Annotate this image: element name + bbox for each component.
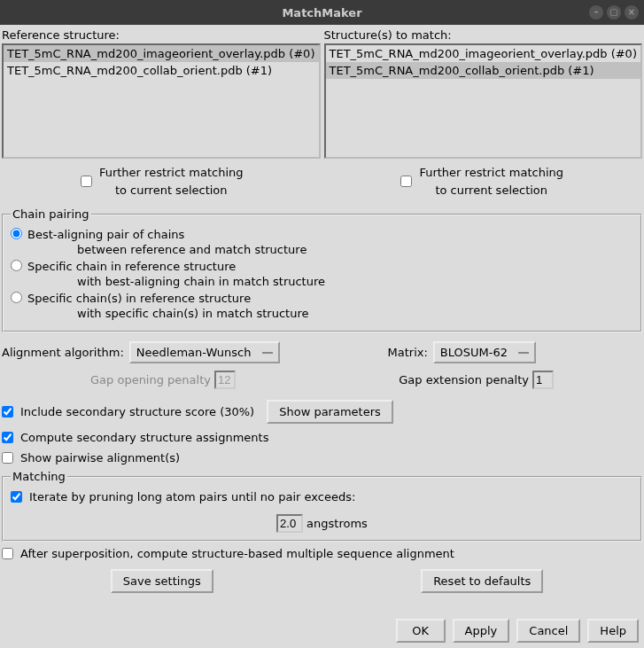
chevron-down-icon [518, 352, 529, 354]
restrict-match-checkbox[interactable] [400, 176, 412, 187]
restrict-reference-checkbox[interactable] [81, 176, 92, 187]
iterate-label: Iterate by pruning long atom pairs until… [29, 490, 355, 504]
after-superposition-label: After superposition, compute structure-b… [20, 547, 454, 560]
reset-defaults-button[interactable]: Reset to defaults [421, 569, 543, 593]
save-settings-button[interactable]: Save settings [111, 569, 213, 593]
compute-ss-checkbox[interactable] [2, 432, 13, 443]
list-item[interactable]: TET_5mC_RNA_md200_imageorient_overlay.pd… [4, 45, 319, 62]
gap-ext-label: Gap extension penalty [399, 373, 529, 386]
show-parameters-button[interactable]: Show parameters [267, 400, 393, 424]
angstrom-unit: angstroms [306, 517, 368, 530]
algorithm-label: Alignment algorithm: [2, 346, 124, 359]
minimize-icon[interactable]: – [589, 5, 603, 20]
matching-group: Matching Iterate by pruning long atom pa… [2, 470, 642, 542]
dialog-content: Reference structure: TET_5mC_RNA_md200_i… [0, 25, 644, 648]
matrix-dropdown[interactable]: BLOSUM-62 [433, 341, 536, 363]
chain-pairing-legend: Chain pairing [11, 207, 91, 221]
ok-button[interactable]: OK [396, 619, 446, 643]
titlebar: MatchMaker – ▢ × [0, 0, 644, 25]
restrict-match-label: Further restrict matching to current sel… [419, 164, 563, 199]
angstrom-input[interactable] [276, 514, 303, 533]
chain-pairing-radio-specific-both[interactable] [11, 292, 22, 303]
matching-legend: Matching [11, 470, 67, 483]
list-item[interactable]: TET_5mC_RNA_md200_collab_orient.pdb (#1) [4, 62, 319, 79]
gap-open-input [214, 371, 236, 389]
match-label: Structure(s) to match: [324, 27, 643, 43]
show-pairwise-label: Show pairwise alignment(s) [20, 451, 180, 465]
chevron-down-icon [262, 352, 273, 354]
algorithm-dropdown[interactable]: Needleman-Wunsch [129, 341, 280, 363]
show-pairwise-checkbox[interactable] [2, 452, 13, 464]
chain-pairing-radio-best[interactable] [11, 228, 22, 239]
reference-listbox[interactable]: TET_5mC_RNA_md200_imageorient_overlay.pd… [2, 43, 321, 159]
restrict-reference-label: Further restrict matching to current sel… [99, 164, 244, 199]
compute-ss-label: Compute secondary structure assignments [20, 431, 268, 444]
reference-label: Reference structure: [2, 27, 321, 43]
close-icon[interactable]: × [625, 5, 639, 20]
chain-pairing-group: Chain pairing Best-aligning pair of chai… [2, 207, 642, 332]
matrix-label: Matrix: [388, 346, 428, 359]
gap-ext-input[interactable] [532, 371, 554, 389]
gap-open-label: Gap opening penalty [90, 373, 211, 386]
list-item[interactable]: TET_5mC_RNA_md200_imageorient_overlay.pd… [326, 45, 641, 62]
window: MatchMaker – ▢ × Reference structure: TE… [0, 0, 644, 648]
cancel-button[interactable]: Cancel [516, 619, 580, 643]
list-item[interactable]: TET_5mC_RNA_md200_collab_orient.pdb (#1) [326, 62, 641, 79]
help-button[interactable]: Help [587, 619, 639, 643]
maximize-icon[interactable]: ▢ [607, 5, 621, 20]
include-ss-checkbox[interactable] [2, 406, 13, 418]
window-title: MatchMaker [282, 6, 361, 20]
chain-pairing-radio-specific-ref[interactable] [11, 260, 22, 271]
iterate-checkbox[interactable] [11, 491, 22, 503]
apply-button[interactable]: Apply [453, 619, 510, 643]
match-listbox[interactable]: TET_5mC_RNA_md200_imageorient_overlay.pd… [324, 43, 643, 159]
include-ss-label: Include secondary structure score (30%) [20, 405, 254, 418]
after-superposition-checkbox[interactable] [2, 548, 13, 559]
